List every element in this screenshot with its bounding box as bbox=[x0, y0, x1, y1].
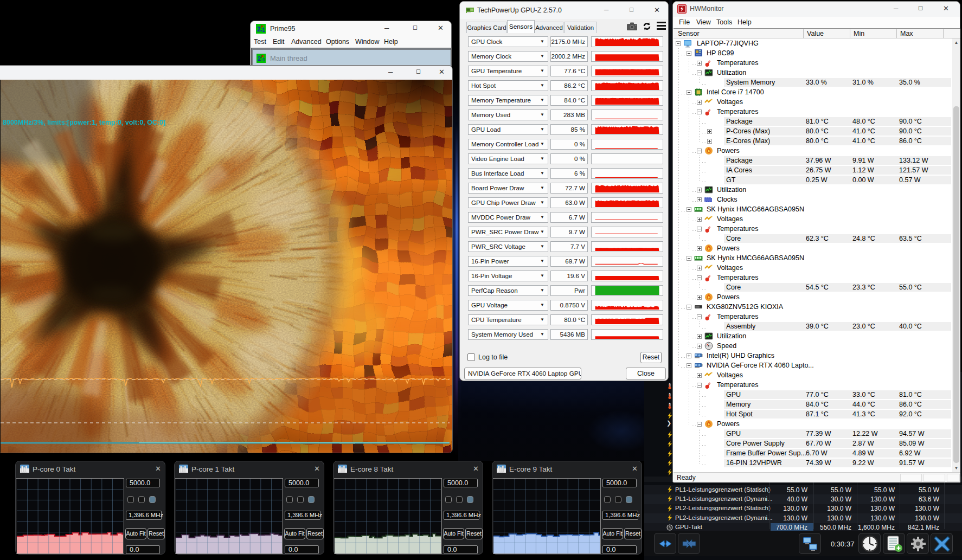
svg-text:8000MHz/3%, limits:[power:1, t: 8000MHz/3%, limits:[power:1, temp:0, vol… bbox=[3, 119, 165, 126]
svg-text:-1: -1 bbox=[260, 27, 265, 33]
svg-text:-1: -1 bbox=[261, 57, 265, 62]
